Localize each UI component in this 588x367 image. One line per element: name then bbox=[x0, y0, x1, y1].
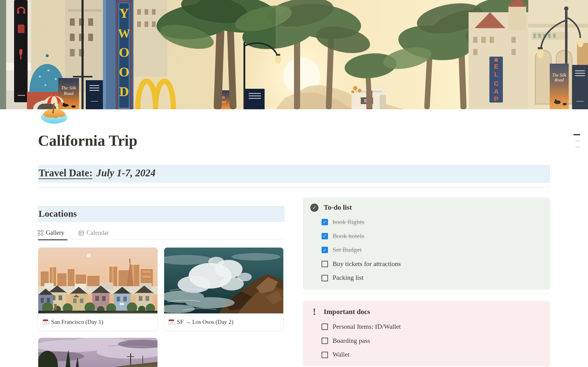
page-icon-beach-umbrella-emoji[interactable] bbox=[39, 93, 70, 125]
gallery-card-grid: San Francisco (Day 1) bbox=[38, 247, 285, 367]
two-column-layout: Locations Gallery Calendar bbox=[38, 197, 550, 367]
todo-list-header: ✓ To-do list bbox=[310, 204, 543, 212]
spiral-calendar-emoji bbox=[43, 319, 48, 325]
gallery-card-sf-los-osos[interactable]: SF → Los Osos (Day 2) bbox=[164, 247, 284, 331]
travel-date-label: Travel Date: bbox=[39, 167, 92, 178]
tab-calendar-label: Calendar bbox=[87, 229, 109, 236]
gallery-card-hollywood[interactable]: HOLLYWOOD bbox=[38, 338, 158, 367]
docs-item: Boarding pass bbox=[322, 337, 543, 345]
page-title[interactable]: California Trip bbox=[38, 131, 550, 150]
checkbox-checked[interactable]: ✓ bbox=[322, 219, 328, 225]
docs-item: Wallet bbox=[322, 351, 543, 358]
todo-item-label: Set Budget bbox=[333, 246, 362, 254]
right-column: ✓ To-do list ✓ book flights ✓ Book hotel… bbox=[303, 197, 550, 367]
todo-item: Buy tickets for attractions bbox=[322, 260, 543, 268]
gallery-view-icon bbox=[38, 230, 43, 235]
database-view-tabs: Gallery Calendar bbox=[38, 228, 285, 240]
checkbox-unchecked[interactable] bbox=[322, 324, 328, 330]
checkbox-unchecked[interactable] bbox=[322, 275, 328, 281]
todo-item: ✓ Set Budget bbox=[322, 246, 543, 254]
card-caption: SF → Los Osos (Day 2) bbox=[164, 313, 283, 331]
divider bbox=[303, 294, 550, 294]
table-of-contents-indicator[interactable] bbox=[573, 134, 580, 148]
checkbox-unchecked[interactable] bbox=[322, 261, 328, 267]
todo-list-callout: ✓ To-do list ✓ book flights ✓ Book hotel… bbox=[303, 197, 550, 290]
san-francisco-card-image bbox=[38, 248, 157, 313]
important-docs-callout: ! Important docs Personal Items: ID/Wall… bbox=[303, 301, 550, 366]
check-circle-icon: ✓ bbox=[310, 204, 318, 212]
svg-text:O: O bbox=[119, 65, 129, 80]
exclamation-mark-icon: ! bbox=[310, 307, 318, 316]
docs-item-label: Boarding pass bbox=[333, 337, 370, 345]
tab-gallery-label: Gallery bbox=[46, 229, 64, 236]
spiral-calendar-emoji bbox=[168, 319, 174, 325]
travel-date-value: July 1-7, 2024 bbox=[96, 167, 155, 178]
toc-bar[interactable] bbox=[575, 140, 580, 141]
important-docs-header: ! Important docs bbox=[310, 307, 543, 316]
todo-item-label: Buy tickets for attractions bbox=[333, 260, 401, 268]
todo-item-label: book flights bbox=[333, 219, 364, 226]
todo-item: Packing list bbox=[322, 274, 543, 282]
calendar-view-icon bbox=[78, 230, 84, 236]
hollywood-boulevard-cover-art: SH The Silk Road bbox=[0, 0, 588, 109]
tab-calendar[interactable]: Calendar bbox=[78, 228, 112, 240]
toc-bar[interactable] bbox=[575, 147, 580, 148]
card-title: San Francisco (Day 1) bbox=[51, 319, 103, 325]
checkbox-unchecked[interactable] bbox=[322, 352, 328, 358]
waves-card-image bbox=[164, 248, 283, 313]
todo-item: ✓ book flights bbox=[322, 219, 543, 226]
docs-item-label: Personal Items: ID/Wallet bbox=[333, 323, 401, 331]
card-title: SF → Los Osos (Day 2) bbox=[177, 319, 233, 325]
hollywood-card-image: HOLLYWOOD bbox=[38, 338, 157, 367]
checkbox-checked[interactable]: ✓ bbox=[322, 233, 328, 239]
svg-text:The Silk: The Silk bbox=[61, 85, 76, 90]
card-caption: San Francisco (Day 1) bbox=[38, 313, 157, 331]
page-cover-image: SH The Silk Road bbox=[0, 0, 588, 109]
page-body: California Trip Travel Date:July 1-7, 20… bbox=[0, 93, 588, 367]
locations-heading[interactable]: Locations bbox=[38, 206, 285, 222]
todo-list-title: To-do list bbox=[324, 204, 352, 212]
svg-text:Y: Y bbox=[119, 6, 129, 21]
todo-item-label: Book hotels bbox=[333, 233, 364, 240]
left-column: Locations Gallery Calendar bbox=[38, 197, 285, 367]
svg-text:O: O bbox=[119, 45, 129, 60]
checkbox-unchecked[interactable] bbox=[322, 338, 328, 344]
gallery-card-san-francisco[interactable]: San Francisco (Day 1) bbox=[38, 247, 158, 331]
checkbox-checked[interactable]: ✓ bbox=[322, 247, 328, 253]
toc-bar-active[interactable] bbox=[573, 134, 580, 135]
svg-text:W: W bbox=[118, 26, 130, 40]
todo-item-label: Packing list bbox=[333, 274, 364, 282]
todo-item: ✓ Book hotels bbox=[322, 233, 543, 240]
docs-item: Personal Items: ID/Wallet bbox=[322, 323, 543, 331]
important-docs-title: Important docs bbox=[324, 308, 370, 316]
docs-item-label: Wallet bbox=[333, 351, 350, 358]
travel-date-heading[interactable]: Travel Date:July 1-7, 2024 bbox=[38, 165, 550, 183]
tab-gallery[interactable]: Gallery bbox=[38, 228, 67, 240]
divider bbox=[38, 187, 550, 188]
